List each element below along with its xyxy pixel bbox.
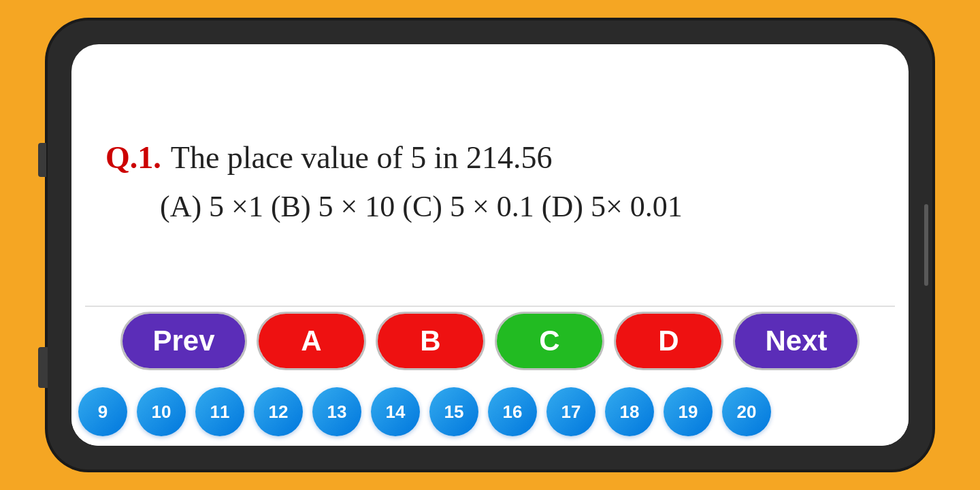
prev-button[interactable]: Prev: [122, 314, 245, 368]
question-number: Q.1.: [105, 140, 161, 176]
options-text: (A) 5 ×1 (B) 5 × 10 (C) 5 × 0.1 (D) 5× 0…: [105, 189, 875, 224]
number-circle-20[interactable]: 20: [722, 387, 771, 436]
number-circles-row: 91011121314151617181920: [71, 382, 909, 446]
phone-device: Q.1. The place value of 5 in 214.56 (A) …: [48, 20, 932, 470]
question-text: The place value of 5 in 214.56: [171, 140, 553, 176]
side-button-top: [38, 143, 46, 177]
side-button-bottom: [38, 347, 48, 388]
number-circle-18[interactable]: 18: [605, 387, 654, 436]
number-circle-13[interactable]: 13: [312, 387, 361, 436]
number-circle-16[interactable]: 16: [488, 387, 537, 436]
number-circle-9[interactable]: 9: [78, 387, 127, 436]
option-c-button[interactable]: C: [497, 314, 602, 368]
scroll-bar: [924, 204, 928, 286]
next-button[interactable]: Next: [735, 314, 858, 368]
phone-screen: Q.1. The place value of 5 in 214.56 (A) …: [71, 44, 909, 446]
number-circle-11[interactable]: 11: [195, 387, 244, 436]
number-circle-14[interactable]: 14: [371, 387, 420, 436]
number-circle-12[interactable]: 12: [254, 387, 303, 436]
option-a-button[interactable]: A: [259, 314, 364, 368]
number-circle-17[interactable]: 17: [546, 387, 595, 436]
question-line: Q.1. The place value of 5 in 214.56: [105, 140, 875, 176]
number-circle-15[interactable]: 15: [429, 387, 478, 436]
answer-buttons-row: Prev A B C D Next: [71, 307, 909, 382]
option-b-button[interactable]: B: [378, 314, 483, 368]
option-d-button[interactable]: D: [616, 314, 721, 368]
question-area: Q.1. The place value of 5 in 214.56 (A) …: [71, 44, 909, 306]
number-circle-10[interactable]: 10: [137, 387, 186, 436]
number-circle-19[interactable]: 19: [664, 387, 713, 436]
